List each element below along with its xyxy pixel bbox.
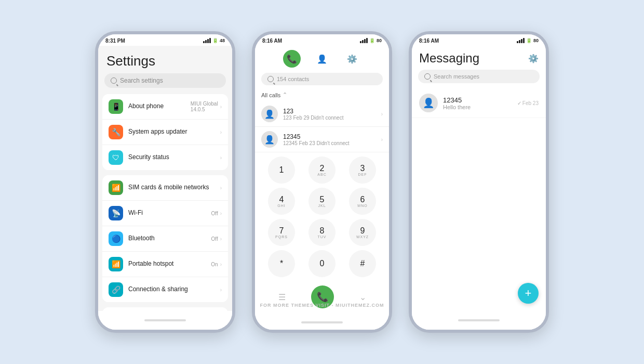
bar2 <box>205 40 207 43</box>
dialer-phone: 8:16 AM 🔋 80 📞 <box>252 31 392 333</box>
settings-tab[interactable]: ⚙️ <box>343 50 361 68</box>
updater-chevron: › <box>220 129 222 135</box>
bluetooth-icon: 🔵 <box>109 231 123 246</box>
call-filter[interactable]: All calls ⌃ <box>255 89 389 101</box>
dial-1[interactable]: 1 <box>268 157 295 184</box>
bluetooth-chevron: › <box>220 236 222 242</box>
phone-icon: 📞 <box>287 54 297 64</box>
dialer-search[interactable]: 154 contacts <box>261 73 383 85</box>
battery-icon: 🔋 <box>212 38 218 43</box>
sharing-right: › <box>220 287 222 293</box>
msg-search[interactable]: Search messages <box>418 70 540 83</box>
caller1-name: 123 <box>283 108 376 115</box>
settings-item-sharing[interactable]: 🔗 Connection & sharing › <box>102 277 228 302</box>
dialer-time: 8:16 AM <box>262 38 282 44</box>
caller1-avatar: 👤 <box>261 106 278 122</box>
dialer-bottom: ☰ 📞 ⌄ <box>255 281 389 315</box>
msg-battery: 80 <box>533 38 539 43</box>
dial-6[interactable]: 6MNO <box>349 188 376 215</box>
msg1-timestamp: Feb 23 <box>522 100 539 106</box>
msg-bottom-bar <box>412 311 546 330</box>
bar3 <box>207 39 209 43</box>
wifi-label: Wi-Fi <box>128 209 206 217</box>
bar3 <box>364 39 366 43</box>
dial-5[interactable]: 5JKL <box>308 188 336 215</box>
compose-fab[interactable]: + <box>518 283 539 304</box>
msg-time: 8:16 AM <box>419 38 439 44</box>
hotspot-icon: 📶 <box>109 257 123 271</box>
msg-item-1[interactable]: 👤 12345 Hello there ✓ Feb 23 <box>412 88 546 118</box>
settings-item-hotspot[interactable]: 📶 Portable hotspot On › <box>102 252 228 277</box>
search-placeholder: Search settings <box>120 77 163 84</box>
settings-phone: 8:31 PM 🔋 48 Settings Sear <box>95 31 235 333</box>
msg-title: Messaging <box>419 51 479 66</box>
dial-star[interactable]: * <box>268 250 295 277</box>
security-right: › <box>220 155 222 161</box>
settings-title: Settings <box>98 46 232 73</box>
settings-item-sim[interactable]: 📶 SIM cards & mobile networks › <box>102 175 228 201</box>
settings-item-security[interactable]: 🛡 Security status › <box>102 145 228 170</box>
dial-4[interactable]: 4GHI <box>268 188 295 215</box>
about-text: About phone <box>128 102 185 111</box>
expand-icon[interactable]: ⌄ <box>359 292 366 302</box>
security-chevron: › <box>220 155 222 161</box>
msg-status-right: 🔋 80 <box>517 38 539 43</box>
msg-home-indicator <box>458 319 500 321</box>
dialer-search-placeholder: 154 contacts <box>277 76 309 82</box>
about-chevron: › <box>220 104 222 110</box>
settings-item-about[interactable]: 📱 About phone MIUI Global14.0.5 › <box>102 94 228 120</box>
caller2-avatar: 👤 <box>261 131 278 148</box>
hotspot-value: On <box>211 262 218 267</box>
dial-9[interactable]: 9WXYZ <box>349 219 376 246</box>
updater-icon: 🔧 <box>109 125 123 139</box>
bar2 <box>519 40 520 43</box>
settings-battery: 48 <box>220 38 225 43</box>
watermark: FOR MORE THEMES VISIT - MIUITHEMEZ.COM <box>260 303 384 308</box>
hotspot-chevron: › <box>220 262 222 267</box>
dialer-bottom-bar <box>255 315 389 330</box>
contacts-tab[interactable]: 👤 <box>313 50 331 68</box>
settings-search-bar[interactable]: Search settings <box>104 73 226 88</box>
search-icon <box>111 77 117 84</box>
bar4 <box>366 38 368 43</box>
call-item-2[interactable]: 👤 12345 12345 Feb 23 Didn't connect › <box>255 127 389 152</box>
dialpad: 1 2ABC 3DEF 4GHI 5JKL 6MNO 7PQRS 8TUV 9W… <box>255 152 389 281</box>
msg1-name: 12345 <box>443 96 512 104</box>
bar4 <box>523 38 525 43</box>
dial-0[interactable]: 0 <box>308 250 336 277</box>
sim-text: SIM cards & mobile networks <box>128 184 215 192</box>
dial-2[interactable]: 2ABC <box>308 157 336 184</box>
security-text: Security status <box>128 153 215 162</box>
dial-7[interactable]: 7PQRS <box>268 219 295 246</box>
bluetooth-value: Off <box>211 236 218 242</box>
dialer-tabs: 📞 👤 ⚙️ <box>255 46 389 71</box>
settings-item-wifi[interactable]: 📡 Wi-Fi Off › <box>102 201 228 226</box>
dial-hash[interactable]: # <box>349 250 376 277</box>
bar1 <box>517 41 518 43</box>
dialer-battery-icon: 🔋 <box>369 38 375 43</box>
dial-tab[interactable]: 📞 <box>283 50 301 68</box>
dialer-battery: 80 <box>377 38 382 43</box>
hotspot-right: On › <box>211 262 222 267</box>
sharing-icon: 🔗 <box>109 282 123 297</box>
about-label: About phone <box>128 102 185 111</box>
contacts-icon: 👤 <box>317 54 327 64</box>
call-item-1[interactable]: 👤 123 123 Feb 29 Didn't connect › <box>255 101 389 127</box>
settings-time: 8:31 PM <box>105 38 125 44</box>
settings-item-lockscreen[interactable]: 🔒 Always-on display & Lock screen › <box>102 307 228 311</box>
caller1-info: 123 123 Feb 29 Didn't connect <box>283 108 376 121</box>
dial-3[interactable]: 3DEF <box>349 157 376 184</box>
settings-item-updater[interactable]: 🔧 System apps updater › <box>102 120 228 145</box>
security-icon: 🛡 <box>109 150 123 165</box>
sharing-chevron: › <box>220 287 222 293</box>
dialpad-icon[interactable]: ☰ <box>278 292 286 302</box>
bluetooth-label: Bluetooth <box>128 235 206 243</box>
settings-bottom-bar <box>98 311 232 330</box>
msg-settings-icon[interactable]: ⚙️ <box>528 54 539 63</box>
settings-item-bluetooth[interactable]: 🔵 Bluetooth Off › <box>102 226 228 252</box>
wifi-value: Off <box>211 211 218 216</box>
home-indicator <box>144 319 186 321</box>
dial-8[interactable]: 8TUV <box>308 219 336 246</box>
bar1 <box>203 41 205 43</box>
scene: 8:31 PM 🔋 48 Settings Sear <box>95 31 549 333</box>
